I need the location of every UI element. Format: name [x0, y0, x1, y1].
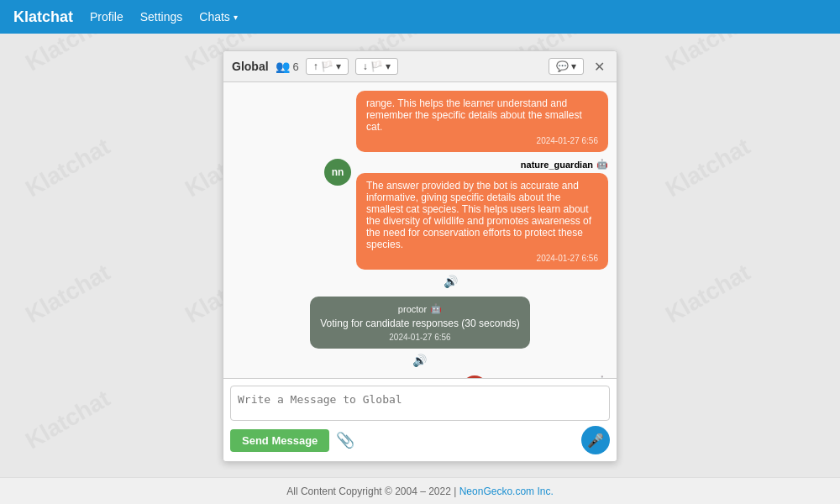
upload-btn[interactable]: ↑ 🏳️ ▾	[306, 58, 349, 75]
sound-icon2[interactable]: 🔊	[412, 354, 427, 367]
users-icon: 👥	[276, 60, 290, 73]
download-btn[interactable]: ↓ 🏳️ ▾	[355, 58, 398, 75]
message-time: 2024-01-27 6:56	[389, 333, 450, 342]
message-row: range. This helps the learner understand…	[232, 91, 608, 152]
message-bubble: The answer provided by the bot is accura…	[356, 173, 608, 270]
close-chat-button[interactable]: ✕	[591, 59, 608, 75]
chevron-down-icon: ▾	[234, 13, 238, 22]
nav-chats-label: Chats	[199, 10, 230, 24]
message-text: range. This helps the learner understand…	[366, 97, 582, 133]
flag-icon: 🏳️	[321, 60, 333, 72]
chat-title: Global	[232, 60, 269, 73]
upload-icon: ↑	[313, 60, 318, 72]
avatar: nn	[324, 159, 351, 186]
nav-chats[interactable]: Chats ▾	[199, 10, 238, 24]
nav-settings[interactable]: Settings	[140, 10, 183, 24]
attach-icon[interactable]: 📎	[336, 431, 354, 449]
message-row: nature_guardian 🤖 The answer provided by…	[232, 159, 608, 290]
system-bubble: proctor 🤖 Voting for candidate responses…	[310, 297, 529, 349]
flag-icon2: 🏳️	[370, 60, 383, 72]
download-icon: ↓	[363, 60, 368, 72]
mic-icon: 🎤	[587, 433, 604, 449]
message-time: 2024-01-27 6:56	[366, 254, 598, 263]
chat-messages[interactable]: range. This helps the learner understand…	[223, 82, 617, 378]
chat-header: Global 👥 6 ↑ 🏳️ ▾ ↓ 🏳️ ▾ 💬 ▾ ✕	[223, 51, 617, 82]
proctor-username: proctor	[398, 304, 427, 314]
message-username: nature_guardian 🤖	[521, 159, 608, 170]
chat-input-row	[230, 386, 610, 421]
chat-input-area: Send Message 📎 🎤	[223, 378, 617, 461]
dropdown-icon2: ▾	[386, 60, 391, 72]
microphone-button[interactable]: 🎤	[581, 426, 610, 454]
message-text: The answer provided by the bot is accura…	[366, 180, 591, 250]
chat-user-count: 👥 6	[276, 60, 299, 73]
message-bubble: range. This helps the learner understand…	[356, 91, 608, 152]
chat-btn-row: Send Message 📎 🎤	[230, 426, 610, 454]
message-input[interactable]	[230, 386, 610, 421]
user-count-label: 6	[293, 60, 299, 73]
chat-bubble-icon: 💬	[556, 60, 569, 72]
dropdown-icon: ▾	[336, 60, 341, 72]
topnav: Klatchat Profile Settings Chats ▾	[0, 0, 840, 34]
chevron-down-icon2: ▾	[571, 60, 576, 72]
message-row: proctor 🤖 Voting for candidate responses…	[232, 297, 608, 369]
footer: All Content Copyright © 2004 – 2022 | Ne…	[0, 477, 840, 504]
message-time: 2024-01-27 6:56	[366, 136, 598, 145]
chat-options-btn[interactable]: 💬 ▾	[549, 58, 584, 75]
message-with-avatar: nature_guardian 🤖 The answer provided by…	[324, 159, 608, 270]
brand-logo: Klatchat	[13, 8, 73, 26]
footer-link[interactable]: NeonGecko.com Inc.	[459, 486, 554, 497]
sound-icon[interactable]: 🔊	[444, 275, 458, 288]
footer-copyright: All Content Copyright © 2004 – 2022 |	[286, 486, 456, 497]
system-text: Voting for candidate responses (30 secon…	[320, 318, 519, 329]
nav-profile[interactable]: Profile	[90, 10, 123, 24]
send-message-button[interactable]: Send Message	[230, 429, 329, 452]
main-content: Global 👥 6 ↑ 🏳️ ▾ ↓ 🏳️ ▾ 💬 ▾ ✕	[0, 34, 840, 477]
robot-icon: 🤖	[596, 159, 608, 170]
username-text: nature_guardian	[521, 160, 593, 170]
robot-icon2: 🤖	[430, 303, 442, 314]
chat-window: Global 👥 6 ↑ 🏳️ ▾ ↓ 🏳️ ▾ 💬 ▾ ✕	[223, 50, 617, 462]
